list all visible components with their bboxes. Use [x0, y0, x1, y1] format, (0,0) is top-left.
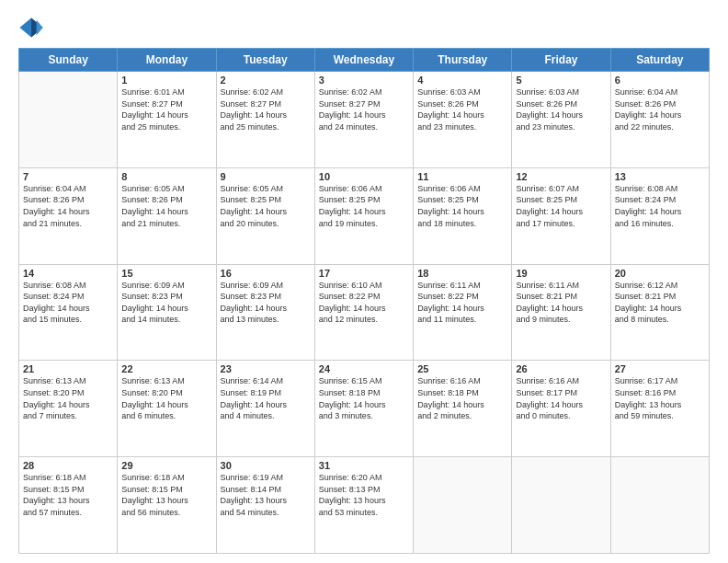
day-number: 23	[221, 363, 311, 374]
day-info: Sunrise: 6:06 AMSunset: 8:25 PMDaylight:…	[417, 183, 507, 229]
day-info: Sunrise: 6:05 AMSunset: 8:26 PMDaylight:…	[121, 183, 211, 229]
calendar-header-wednesday: Wednesday	[314, 49, 413, 72]
day-number: 11	[417, 171, 507, 182]
calendar: SundayMondayTuesdayWednesdayThursdayFrid…	[18, 48, 710, 554]
calendar-cell: 5Sunrise: 6:03 AMSunset: 8:26 PMDaylight…	[512, 72, 610, 168]
calendar-header-monday: Monday	[118, 49, 216, 72]
day-info: Sunrise: 6:02 AMSunset: 8:27 PMDaylight:…	[221, 86, 311, 132]
day-number: 26	[516, 363, 606, 374]
day-number: 27	[615, 363, 705, 374]
day-number: 3	[319, 75, 409, 86]
day-number: 1	[121, 75, 211, 86]
calendar-cell	[19, 72, 118, 168]
day-number: 25	[417, 363, 507, 374]
calendar-cell: 14Sunrise: 6:08 AMSunset: 8:24 PMDayligh…	[19, 264, 118, 361]
day-number: 9	[221, 171, 311, 182]
day-info: Sunrise: 6:06 AMSunset: 8:25 PMDaylight:…	[319, 183, 409, 229]
calendar-cell: 4Sunrise: 6:03 AMSunset: 8:26 PMDaylight…	[414, 72, 512, 168]
day-info: Sunrise: 6:16 AMSunset: 8:17 PMDaylight:…	[516, 375, 606, 421]
day-info: Sunrise: 6:10 AMSunset: 8:22 PMDaylight:…	[319, 280, 409, 326]
calendar-week-row: 14Sunrise: 6:08 AMSunset: 8:24 PMDayligh…	[19, 264, 710, 361]
calendar-cell: 17Sunrise: 6:10 AMSunset: 8:22 PMDayligh…	[314, 264, 413, 361]
calendar-cell: 6Sunrise: 6:04 AMSunset: 8:26 PMDaylight…	[610, 72, 709, 168]
day-number: 24	[319, 363, 409, 374]
day-number: 6	[615, 75, 705, 86]
day-info: Sunrise: 6:03 AMSunset: 8:26 PMDaylight:…	[516, 86, 606, 132]
day-info: Sunrise: 6:14 AMSunset: 8:19 PMDaylight:…	[221, 375, 311, 421]
day-number: 17	[319, 268, 409, 279]
day-info: Sunrise: 6:16 AMSunset: 8:18 PMDaylight:…	[417, 375, 507, 421]
day-number: 16	[221, 268, 311, 279]
logo	[18, 15, 48, 40]
day-number: 22	[121, 363, 211, 374]
calendar-cell: 10Sunrise: 6:06 AMSunset: 8:25 PMDayligh…	[314, 167, 413, 264]
calendar-header-row: SundayMondayTuesdayWednesdayThursdayFrid…	[19, 49, 710, 72]
day-number: 31	[319, 460, 409, 471]
calendar-cell: 13Sunrise: 6:08 AMSunset: 8:24 PMDayligh…	[610, 167, 709, 264]
day-number: 7	[23, 171, 113, 182]
day-number: 29	[121, 460, 211, 471]
calendar-week-row: 21Sunrise: 6:13 AMSunset: 8:20 PMDayligh…	[19, 361, 710, 457]
day-info: Sunrise: 6:09 AMSunset: 8:23 PMDaylight:…	[221, 280, 311, 326]
calendar-cell: 8Sunrise: 6:05 AMSunset: 8:26 PMDaylight…	[118, 167, 216, 264]
day-info: Sunrise: 6:04 AMSunset: 8:26 PMDaylight:…	[615, 86, 705, 132]
day-number: 5	[516, 75, 606, 86]
calendar-cell: 25Sunrise: 6:16 AMSunset: 8:18 PMDayligh…	[414, 361, 512, 457]
calendar-cell: 22Sunrise: 6:13 AMSunset: 8:20 PMDayligh…	[118, 361, 216, 457]
day-info: Sunrise: 6:20 AMSunset: 8:13 PMDaylight:…	[319, 472, 409, 518]
day-number: 14	[23, 268, 113, 279]
day-info: Sunrise: 6:12 AMSunset: 8:21 PMDaylight:…	[615, 280, 705, 326]
calendar-header-sunday: Sunday	[19, 49, 118, 72]
calendar-cell: 3Sunrise: 6:02 AMSunset: 8:27 PMDaylight…	[314, 72, 413, 168]
calendar-cell: 18Sunrise: 6:11 AMSunset: 8:22 PMDayligh…	[414, 264, 512, 361]
day-number: 2	[221, 75, 311, 86]
calendar-header-saturday: Saturday	[610, 49, 709, 72]
calendar-cell: 26Sunrise: 6:16 AMSunset: 8:17 PMDayligh…	[512, 361, 610, 457]
day-info: Sunrise: 6:04 AMSunset: 8:26 PMDaylight:…	[23, 183, 113, 229]
day-info: Sunrise: 6:13 AMSunset: 8:20 PMDaylight:…	[23, 375, 113, 421]
day-info: Sunrise: 6:15 AMSunset: 8:18 PMDaylight:…	[319, 375, 409, 421]
day-info: Sunrise: 6:11 AMSunset: 8:21 PMDaylight:…	[516, 280, 606, 326]
day-info: Sunrise: 6:01 AMSunset: 8:27 PMDaylight:…	[121, 86, 211, 132]
calendar-header-friday: Friday	[512, 49, 610, 72]
day-info: Sunrise: 6:18 AMSunset: 8:15 PMDaylight:…	[121, 472, 211, 518]
calendar-cell: 7Sunrise: 6:04 AMSunset: 8:26 PMDaylight…	[19, 167, 118, 264]
calendar-cell: 27Sunrise: 6:17 AMSunset: 8:16 PMDayligh…	[610, 361, 709, 457]
day-info: Sunrise: 6:19 AMSunset: 8:14 PMDaylight:…	[221, 472, 311, 518]
calendar-cell: 2Sunrise: 6:02 AMSunset: 8:27 PMDaylight…	[216, 72, 314, 168]
day-info: Sunrise: 6:07 AMSunset: 8:25 PMDaylight:…	[516, 183, 606, 229]
calendar-cell: 23Sunrise: 6:14 AMSunset: 8:19 PMDayligh…	[216, 361, 314, 457]
calendar-header-tuesday: Tuesday	[216, 49, 314, 72]
day-number: 18	[417, 268, 507, 279]
day-number: 4	[417, 75, 507, 86]
day-number: 28	[23, 460, 113, 471]
calendar-week-row: 28Sunrise: 6:18 AMSunset: 8:15 PMDayligh…	[19, 457, 710, 554]
calendar-header-thursday: Thursday	[414, 49, 512, 72]
day-info: Sunrise: 6:11 AMSunset: 8:22 PMDaylight:…	[417, 280, 507, 326]
calendar-cell: 19Sunrise: 6:11 AMSunset: 8:21 PMDayligh…	[512, 264, 610, 361]
day-number: 21	[23, 363, 113, 374]
calendar-cell: 28Sunrise: 6:18 AMSunset: 8:15 PMDayligh…	[19, 457, 118, 554]
day-info: Sunrise: 6:05 AMSunset: 8:25 PMDaylight:…	[221, 183, 311, 229]
calendar-week-row: 1Sunrise: 6:01 AMSunset: 8:27 PMDaylight…	[19, 72, 710, 168]
calendar-cell: 12Sunrise: 6:07 AMSunset: 8:25 PMDayligh…	[512, 167, 610, 264]
calendar-cell: 20Sunrise: 6:12 AMSunset: 8:21 PMDayligh…	[610, 264, 709, 361]
calendar-cell: 31Sunrise: 6:20 AMSunset: 8:13 PMDayligh…	[314, 457, 413, 554]
logo-icon	[18, 15, 44, 40]
day-info: Sunrise: 6:17 AMSunset: 8:16 PMDaylight:…	[615, 375, 705, 421]
day-number: 10	[319, 171, 409, 182]
calendar-cell	[610, 457, 709, 554]
calendar-cell: 15Sunrise: 6:09 AMSunset: 8:23 PMDayligh…	[118, 264, 216, 361]
day-info: Sunrise: 6:18 AMSunset: 8:15 PMDaylight:…	[23, 472, 113, 518]
calendar-cell: 29Sunrise: 6:18 AMSunset: 8:15 PMDayligh…	[118, 457, 216, 554]
day-number: 30	[221, 460, 311, 471]
day-info: Sunrise: 6:02 AMSunset: 8:27 PMDaylight:…	[319, 86, 409, 132]
svg-marker-2	[37, 20, 43, 36]
day-info: Sunrise: 6:03 AMSunset: 8:26 PMDaylight:…	[417, 86, 507, 132]
day-number: 12	[516, 171, 606, 182]
header	[18, 15, 710, 40]
day-number: 19	[516, 268, 606, 279]
calendar-cell: 21Sunrise: 6:13 AMSunset: 8:20 PMDayligh…	[19, 361, 118, 457]
calendar-cell: 11Sunrise: 6:06 AMSunset: 8:25 PMDayligh…	[414, 167, 512, 264]
calendar-cell	[414, 457, 512, 554]
